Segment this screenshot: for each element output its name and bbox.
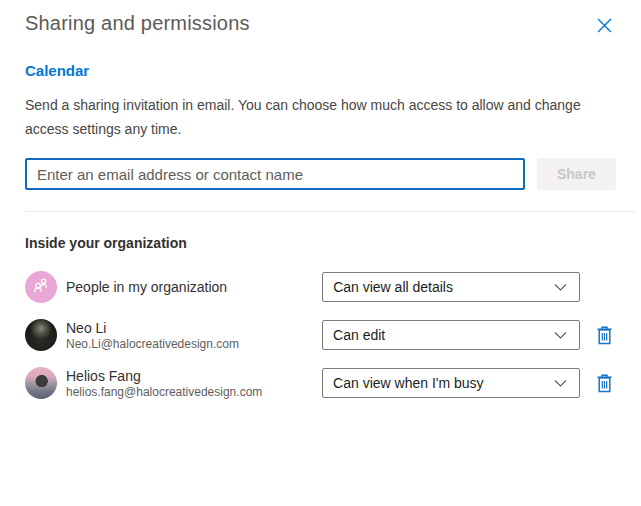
permission-value: Can view all details xyxy=(333,279,554,295)
trash-icon xyxy=(595,382,614,397)
permission-value: Can edit xyxy=(333,327,554,343)
person-email: helios.fang@halocreativedesign.com xyxy=(66,385,322,400)
person-info: Helios Fang helios.fang@halocreativedesi… xyxy=(66,367,322,400)
person-name: Helios Fang xyxy=(66,367,322,385)
divider xyxy=(25,211,636,212)
table-row: People in my organization Can view all d… xyxy=(25,263,616,311)
trash-icon xyxy=(595,334,614,349)
permission-dropdown[interactable]: Can view all details xyxy=(322,272,580,302)
table-row: Neo Li Neo.Li@halocreativedesign.com Can… xyxy=(25,311,616,359)
calendar-heading: Calendar xyxy=(25,62,616,79)
permission-dropdown[interactable]: Can view when I'm busy xyxy=(322,368,580,398)
delete-permission-button[interactable] xyxy=(592,370,616,396)
sharing-permissions-dialog: Sharing and permissions Calendar Send a … xyxy=(0,0,641,407)
sharing-description: Send a sharing invitation in email. You … xyxy=(25,93,625,141)
delete-permission-button[interactable] xyxy=(592,322,616,348)
share-button[interactable]: Share xyxy=(537,158,616,190)
permission-dropdown[interactable]: Can edit xyxy=(322,320,580,350)
person-email: Neo.Li@halocreativedesign.com xyxy=(66,337,322,352)
table-row: Helios Fang helios.fang@halocreativedesi… xyxy=(25,359,616,407)
close-button[interactable] xyxy=(593,14,616,37)
organization-section-heading: Inside your organization xyxy=(25,235,616,251)
avatar xyxy=(25,367,57,399)
person-name: People in my organization xyxy=(66,278,322,296)
chevron-down-icon xyxy=(554,283,567,292)
people-icon xyxy=(31,275,51,299)
page-title: Sharing and permissions xyxy=(25,12,250,35)
chevron-down-icon xyxy=(554,379,567,388)
person-name: Neo Li xyxy=(66,319,322,337)
email-input[interactable] xyxy=(25,158,525,190)
avatar xyxy=(25,319,57,351)
permission-value: Can view when I'm busy xyxy=(333,375,554,391)
person-info: Neo Li Neo.Li@halocreativedesign.com xyxy=(66,319,322,352)
close-icon xyxy=(597,21,612,36)
chevron-down-icon xyxy=(554,331,567,340)
person-info: People in my organization xyxy=(66,278,322,296)
dialog-header: Sharing and permissions xyxy=(25,12,616,37)
permission-list: People in my organization Can view all d… xyxy=(25,263,616,407)
organization-avatar xyxy=(25,271,57,303)
share-form: Share xyxy=(25,158,616,190)
